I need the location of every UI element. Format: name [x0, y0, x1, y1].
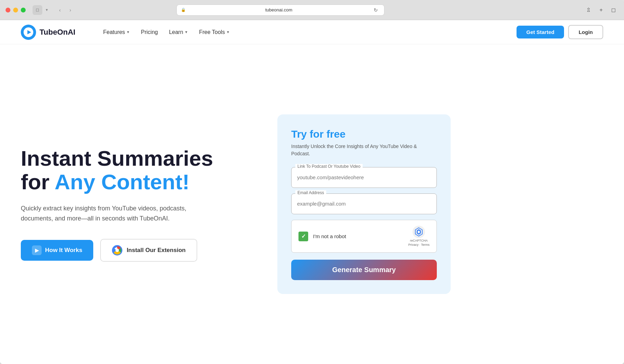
email-input[interactable] — [291, 193, 437, 214]
link-input[interactable] — [291, 167, 437, 188]
link-field-label: Link To Podcast Or Youtube Video — [295, 164, 363, 169]
nav-free-tools[interactable]: Free Tools ▼ — [199, 29, 229, 35]
nav-links: Features ▼ Pricing Learn ▼ Free Tools ▼ — [103, 29, 503, 35]
generate-summary-button[interactable]: Generate Summary — [291, 260, 437, 280]
url-text: tubeonai.com — [189, 7, 369, 12]
lock-icon: 🔒 — [181, 8, 186, 12]
how-it-works-button[interactable]: ▶ How It Works — [21, 240, 93, 261]
back-button[interactable]: ‹ — [55, 6, 64, 15]
hero-description: Quickly extract key insights from YouTub… — [21, 203, 201, 224]
recaptcha-brand-text: reCAPTCHAPrivacy · Terms — [408, 239, 430, 247]
share-button[interactable]: ⇫ — [584, 5, 593, 15]
hero-headline: Instant Summaries for Any Content! — [21, 147, 257, 194]
reload-button[interactable]: ↻ — [372, 6, 380, 14]
nav-actions: Get Started Login — [517, 25, 603, 39]
hero-left: Instant Summaries for Any Content! Quick… — [21, 147, 257, 262]
nav-learn[interactable]: Learn ▼ — [169, 29, 188, 35]
panel-title: Try for free — [291, 128, 437, 140]
close-button[interactable] — [6, 8, 10, 12]
nav-arrows: ‹ › — [55, 6, 75, 15]
logo-text: TubeOnAI — [40, 28, 75, 37]
link-field-container: Link To Podcast Or Youtube Video — [291, 167, 437, 188]
address-bar[interactable]: 🔒 tubeonai.com ↻ — [176, 5, 384, 16]
captcha-label: I'm not a robot — [313, 233, 404, 239]
features-chevron-icon: ▼ — [127, 30, 130, 34]
install-extension-button[interactable]: Install Our Extension — [100, 239, 197, 262]
browser-actions: ⇫ + ◻ — [584, 5, 618, 15]
traffic-lights — [6, 8, 26, 12]
chrome-icon — [112, 245, 122, 255]
recaptcha-logo-area: reCAPTCHAPrivacy · Terms — [408, 226, 430, 247]
email-field-container: Email Address — [291, 193, 437, 214]
logo-icon — [21, 25, 36, 40]
navbar: TubeOnAI Features ▼ Pricing Learn ▼ Free… — [0, 20, 624, 44]
hero-buttons: ▶ How It Works — [21, 239, 257, 262]
nav-features[interactable]: Features ▼ — [103, 29, 130, 35]
captcha-checkmark-icon: ✓ — [298, 232, 308, 241]
maximize-button[interactable] — [21, 8, 26, 12]
minimize-button[interactable] — [13, 8, 18, 12]
get-started-button[interactable]: Get Started — [517, 26, 564, 38]
new-tab-button[interactable]: + — [596, 5, 606, 15]
panel-subtitle: Instantly Unlock the Core Insights of An… — [291, 143, 437, 157]
browser-frame: □ ▼ ‹ › 🔒 tubeonai.com ↻ ⇫ + ◻ — [0, 0, 624, 364]
nav-pricing[interactable]: Pricing — [141, 29, 158, 35]
video-camera-icon: ▶ — [32, 245, 42, 255]
learn-chevron-icon: ▼ — [184, 30, 188, 34]
free-tools-chevron-icon: ▼ — [226, 30, 230, 34]
browser-titlebar: □ ▼ ‹ › 🔒 tubeonai.com ↻ ⇫ + ◻ — [0, 0, 624, 20]
recaptcha-logo-icon — [413, 226, 425, 238]
email-field-label: Email Address — [295, 190, 326, 195]
login-button[interactable]: Login — [568, 25, 603, 39]
hero-section: Instant Summaries for Any Content! Quick… — [0, 44, 624, 364]
logo-area: TubeOnAI — [21, 25, 75, 40]
captcha-box[interactable]: ✓ I'm not a robot reCAPTCHAPrivacy · Ter… — [291, 220, 437, 253]
sidebar-toggle-button[interactable]: □ — [33, 5, 42, 15]
forward-button[interactable]: › — [66, 6, 75, 15]
browser-controls: □ ▼ — [33, 5, 49, 15]
try-for-free-panel: Try for free Instantly Unlock the Core I… — [277, 114, 451, 294]
svg-point-5 — [115, 249, 119, 252]
page-content: TubeOnAI Features ▼ Pricing Learn ▼ Free… — [0, 20, 624, 364]
tab-overview-button[interactable]: ◻ — [609, 5, 618, 15]
